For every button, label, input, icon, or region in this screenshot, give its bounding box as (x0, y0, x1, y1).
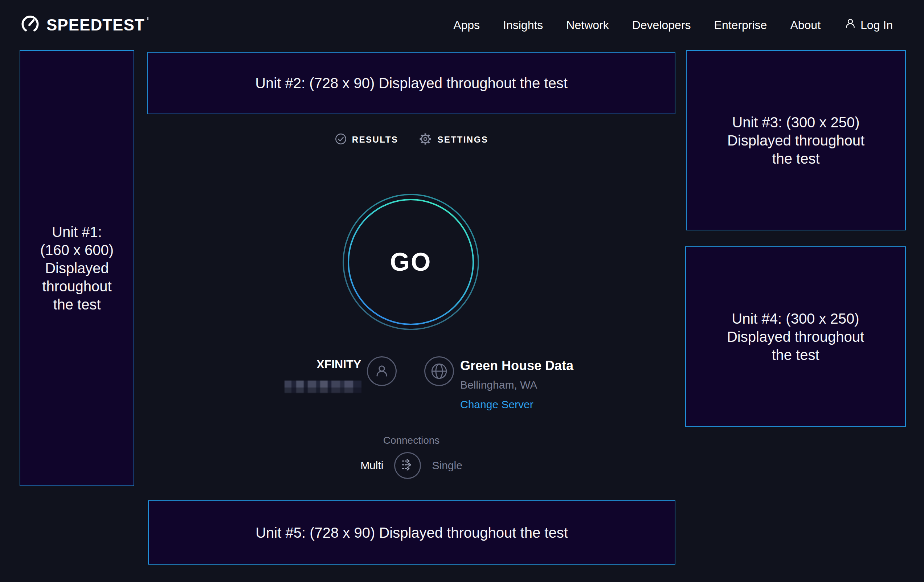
nav-item-insights[interactable]: Insights (503, 18, 543, 32)
tab-results-label: RESULTS (352, 135, 398, 145)
multi-arrows-icon (399, 457, 416, 475)
gear-icon (419, 132, 432, 147)
nav-links: Apps Insights Network Developers Enterpr… (453, 17, 893, 33)
ad-unit-3[interactable]: Unit #3: (300 x 250) Displayed throughou… (686, 50, 906, 231)
connections-row: Multi Single (147, 450, 675, 481)
login-label: Log In (860, 18, 893, 32)
check-circle-icon (335, 133, 347, 147)
server-name: Green House Data (460, 358, 573, 374)
ad-unit-1[interactable]: Unit #1: (160 x 600) Displayed throughou… (20, 50, 134, 486)
connections-single-label[interactable]: Single (432, 459, 462, 472)
ad-unit-2-label: Unit #2: (728 x 90) Displayed throughout… (255, 74, 568, 92)
nav-item-apps[interactable]: Apps (453, 18, 480, 32)
isp-user-circle-icon (367, 356, 397, 386)
connections-label: Connections (147, 435, 675, 446)
speedtest-page: SPEEDTEST Apps Insights Network Develope… (0, 0, 924, 582)
go-button[interactable]: GO (342, 193, 480, 331)
tab-results[interactable]: RESULTS (335, 133, 398, 147)
nav-item-developers[interactable]: Developers (632, 18, 691, 32)
ad-unit-4[interactable]: Unit #4: (300 x 250) Displayed throughou… (685, 246, 906, 427)
ad-unit-1-label: Unit #1: (160 x 600) Displayed throughou… (40, 223, 114, 313)
speedtest-logo[interactable]: SPEEDTEST (20, 14, 145, 36)
tab-settings-label: SETTINGS (437, 135, 488, 145)
nav-item-enterprise[interactable]: Enterprise (714, 18, 767, 32)
ad-unit-4-label: Unit #4: (300 x 250) Displayed throughou… (727, 310, 864, 364)
connections-multi-label[interactable]: Multi (360, 459, 383, 472)
speedometer-icon (20, 14, 41, 36)
top-nav: SPEEDTEST Apps Insights Network Develope… (0, 0, 924, 50)
login-button[interactable]: Log In (844, 17, 893, 33)
nav-item-about[interactable]: About (790, 18, 820, 32)
server-globe-icon (424, 356, 454, 386)
isp-name: XFINITY (254, 358, 361, 371)
ad-unit-5[interactable]: Unit #5: (728 x 90) Displayed throughout… (148, 500, 675, 565)
server-location: Bellingham, WA (460, 378, 573, 391)
go-label: GO (342, 193, 480, 331)
tab-settings[interactable]: SETTINGS (419, 132, 488, 147)
change-server-link[interactable]: Change Server (460, 398, 573, 411)
nav-item-network[interactable]: Network (566, 18, 609, 32)
logo-text: SPEEDTEST (46, 16, 145, 34)
ad-unit-3-label: Unit #3: (300 x 250) Displayed throughou… (727, 113, 865, 168)
user-icon (844, 17, 857, 33)
server-info: Green House Data Bellingham, WA Change S… (460, 358, 573, 411)
ad-unit-2[interactable]: Unit #2: (728 x 90) Displayed throughout… (147, 52, 675, 114)
ad-unit-5-label: Unit #5: (728 x 90) Displayed throughout… (256, 524, 568, 542)
tabs-row: RESULTS (147, 129, 675, 150)
ip-address-redacted (285, 381, 361, 393)
connections-toggle[interactable] (394, 452, 421, 479)
trademark-mark (147, 17, 148, 20)
